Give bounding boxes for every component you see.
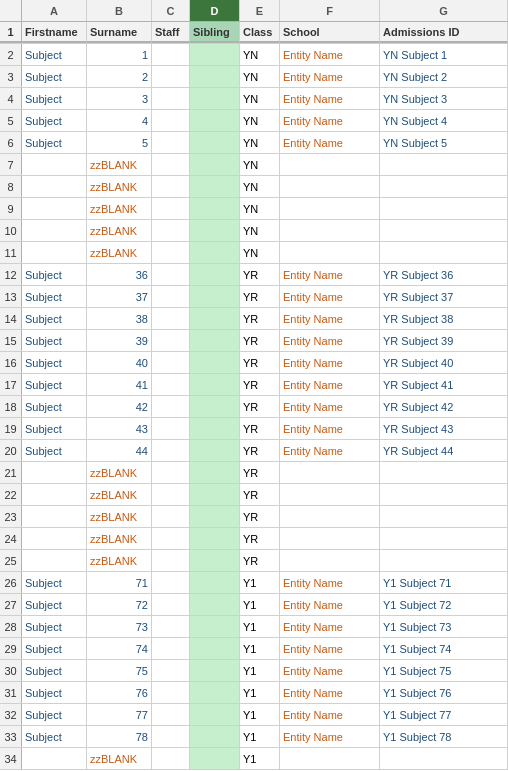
cell-surname: 78 <box>87 726 152 747</box>
cell-school <box>280 176 380 197</box>
cell-staff <box>152 748 190 769</box>
cell-class: Y1 <box>240 682 280 703</box>
row-num: 23 <box>0 506 22 527</box>
row-num: 34 <box>0 748 22 769</box>
col-letter-a: A <box>22 0 87 21</box>
col-letter-g: G <box>380 0 508 21</box>
cell-admissions-id: Y1 Subject 72 <box>380 594 508 615</box>
row-num: 8 <box>0 176 22 197</box>
cell-staff <box>152 660 190 681</box>
cell-admissions-id: YR Subject 42 <box>380 396 508 417</box>
table-row: 32Subject77Y1Entity NameY1 Subject 77 <box>0 704 508 726</box>
cell-sibling <box>190 88 240 109</box>
cell-class: YR <box>240 374 280 395</box>
cell-surname: zzBLANK <box>87 462 152 483</box>
table-row: 8zzBLANKYN <box>0 176 508 198</box>
cell-firstname: Subject <box>22 440 87 461</box>
cell-staff <box>152 88 190 109</box>
cell-surname: zzBLANK <box>87 154 152 175</box>
cell-firstname: Subject <box>22 308 87 329</box>
cell-surname: 75 <box>87 660 152 681</box>
cell-admissions-id <box>380 154 508 175</box>
cell-firstname: Subject <box>22 88 87 109</box>
row-num: 6 <box>0 132 22 153</box>
cell-school <box>280 220 380 241</box>
table-row: 22zzBLANKYR <box>0 484 508 506</box>
cell-sibling <box>190 594 240 615</box>
cell-surname: zzBLANK <box>87 550 152 571</box>
cell-sibling <box>190 748 240 769</box>
cell-firstname <box>22 506 87 527</box>
cell-staff <box>152 418 190 439</box>
cell-firstname <box>22 242 87 263</box>
cell-surname: 2 <box>87 66 152 87</box>
cell-admissions-id <box>380 462 508 483</box>
cell-admissions-id: YR Subject 43 <box>380 418 508 439</box>
table-row: 9zzBLANKYN <box>0 198 508 220</box>
col-letter-b: B <box>87 0 152 21</box>
cell-sibling <box>190 110 240 131</box>
cell-firstname: Subject <box>22 660 87 681</box>
table-row: 16Subject40YREntity NameYR Subject 40 <box>0 352 508 374</box>
table-row: 30Subject75Y1Entity NameY1 Subject 75 <box>0 660 508 682</box>
cell-staff <box>152 374 190 395</box>
cell-sibling <box>190 682 240 703</box>
cell-firstname: Subject <box>22 396 87 417</box>
cell-school: Entity Name <box>280 594 380 615</box>
table-row: 31Subject76Y1Entity NameY1 Subject 76 <box>0 682 508 704</box>
cell-class: YR <box>240 396 280 417</box>
cell-surname: 38 <box>87 308 152 329</box>
cell-firstname: Subject <box>22 110 87 131</box>
cell-school <box>280 462 380 483</box>
cell-class: YR <box>240 528 280 549</box>
cell-school: Entity Name <box>280 616 380 637</box>
row-num: 2 <box>0 44 22 65</box>
row-num: 29 <box>0 638 22 659</box>
row-num: 27 <box>0 594 22 615</box>
cell-staff <box>152 154 190 175</box>
row-num: 3 <box>0 66 22 87</box>
header-row: 1 Firstname Surname Staff Sibling Class … <box>0 22 508 44</box>
cell-sibling <box>190 726 240 747</box>
cell-staff <box>152 462 190 483</box>
cell-surname: 74 <box>87 638 152 659</box>
table-row: 21zzBLANKYR <box>0 462 508 484</box>
table-row: 5Subject4YNEntity NameYN Subject 4 <box>0 110 508 132</box>
cell-surname: 1 <box>87 44 152 65</box>
cell-surname: 73 <box>87 616 152 637</box>
cell-sibling <box>190 374 240 395</box>
table-row: 17Subject41YREntity NameYR Subject 41 <box>0 374 508 396</box>
row-num: 18 <box>0 396 22 417</box>
cell-surname: zzBLANK <box>87 748 152 769</box>
cell-admissions-id: Y1 Subject 76 <box>380 682 508 703</box>
cell-firstname: Subject <box>22 572 87 593</box>
cell-admissions-id: YR Subject 40 <box>380 352 508 373</box>
cell-sibling <box>190 396 240 417</box>
cell-school <box>280 198 380 219</box>
cell-admissions-id <box>380 198 508 219</box>
cell-sibling <box>190 418 240 439</box>
cell-admissions-id <box>380 528 508 549</box>
table-row: 27Subject72Y1Entity NameY1 Subject 72 <box>0 594 508 616</box>
cell-school: Entity Name <box>280 352 380 373</box>
cell-firstname: Subject <box>22 726 87 747</box>
cell-admissions-id: YR Subject 44 <box>380 440 508 461</box>
row-num: 12 <box>0 264 22 285</box>
cell-class: YR <box>240 418 280 439</box>
header-sibling: Sibling <box>190 22 240 43</box>
cell-class: Y1 <box>240 748 280 769</box>
cell-admissions-id <box>380 550 508 571</box>
cell-admissions-id: YR Subject 38 <box>380 308 508 329</box>
cell-school <box>280 242 380 263</box>
cell-admissions-id <box>380 242 508 263</box>
cell-surname: zzBLANK <box>87 242 152 263</box>
cell-sibling <box>190 132 240 153</box>
cell-school <box>280 506 380 527</box>
table-row: 13Subject37YREntity NameYR Subject 37 <box>0 286 508 308</box>
cell-staff <box>152 550 190 571</box>
cell-class: YR <box>240 506 280 527</box>
cell-firstname <box>22 462 87 483</box>
cell-sibling <box>190 308 240 329</box>
cell-surname: 77 <box>87 704 152 725</box>
cell-firstname: Subject <box>22 330 87 351</box>
